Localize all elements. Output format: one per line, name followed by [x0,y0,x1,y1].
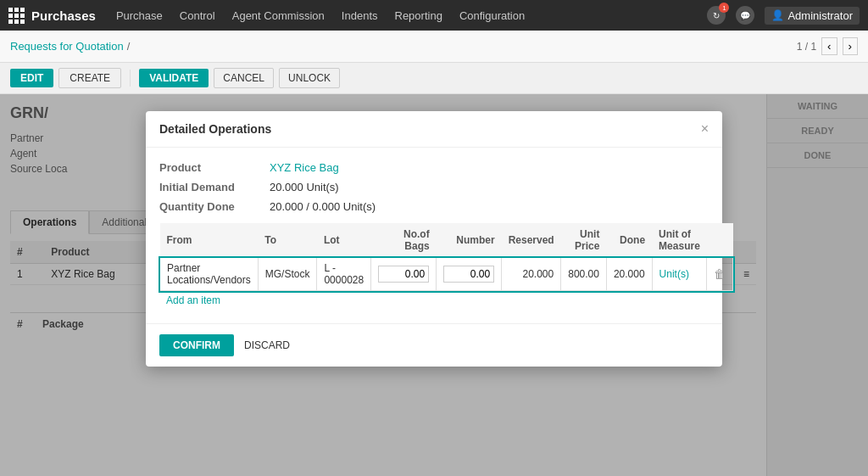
cancel-button[interactable]: CANCEL [214,68,274,88]
modal-row-lot: L - 0000028 [317,258,371,291]
modal-detail-table: From To Lot No.of Bags Number Reserved U… [159,223,733,291]
action-row: EDIT CREATE VALIDATE CANCEL UNLOCK [0,63,868,94]
app-title: Purchases [31,8,96,23]
edit-button[interactable]: EDIT [10,69,53,87]
breadcrumb: Requests for Quotation / [10,40,133,53]
topbar: Purchases Purchase Control Agent Commiss… [0,0,868,31]
modal-col-bags: No.of Bags [371,223,437,258]
modal-row-uom[interactable]: Unit(s) [652,258,707,291]
prev-button[interactable]: ‹ [821,37,837,55]
breadcrumb-separator: / [127,40,131,53]
detailed-operations-modal: Detailed Operations × Product XYZ Rice B… [146,111,722,367]
breadcrumb-parent[interactable]: Requests for Quotation [10,40,124,53]
modal-row-to: MG/Stock [258,258,317,291]
delete-icon: 🗑 [714,267,726,281]
admin-menu[interactable]: 👤 Administrator [765,7,860,25]
modal-initial-demand-row: Initial Demand 20.000 Unit(s) [159,181,709,193]
main-content: GRN/ Partner Agent Source Loca Assign Ow… [0,94,868,476]
modal-row-done[interactable]: 20.000 [606,258,652,291]
modal-row-unit-price: 800.00 [561,258,607,291]
modal-product-value[interactable]: XYZ Rice Bag [270,161,339,174]
bags-input [378,266,429,283]
nav-purchase[interactable]: Purchase [109,6,170,25]
notification-badge: 1 [719,3,729,13]
create-button[interactable]: CREATE [58,68,121,88]
modal-col-uom: Unit of Measure [652,223,707,258]
admin-label: Administrator [787,9,853,22]
app-logo[interactable]: Purchases [8,8,96,24]
unlock-button[interactable]: UNLOCK [279,68,340,88]
nav-indents[interactable]: Indents [335,6,385,25]
add-item-link[interactable]: Add an item [159,291,227,310]
modal-row-bags[interactable] [371,258,437,291]
modal-product-label: Product [159,161,270,174]
modal-qty-done-row: Quantity Done 20.000 / 0.000 Unit(s) [159,200,709,213]
modal-initial-demand-label: Initial Demand [159,181,270,193]
modal-col-number: Number [437,223,502,258]
modal-initial-demand-value: 20.000 Unit(s) [270,181,339,193]
modal-header: Detailed Operations × [146,111,722,148]
modal-col-lot: Lot [317,223,371,258]
modal-table-row: Partner Locations/Vendors MG/Stock L - 0… [160,258,733,291]
modal-col-unit-price: Unit Price [561,223,607,258]
user-icon: 👤 [771,9,784,21]
modal-close-button[interactable]: × [701,121,709,137]
topbar-right: ↻ 1 💬 👤 Administrator [707,6,860,25]
modal-row-number[interactable] [437,258,502,291]
top-navigation: Purchase Control Agent Commission Indent… [109,6,531,25]
modal-col-done: Done [606,223,652,258]
modal-row-delete[interactable]: 🗑 [707,258,733,291]
chat-icon[interactable]: 💬 [736,6,754,25]
modal-row-reserved: 20.000 [502,258,561,291]
page-header: Requests for Quotation / 1 / 1 ‹ › [0,31,868,63]
modal-col-delete [707,223,733,258]
modal-col-to: To [258,223,317,258]
modal-body: Product XYZ Rice Bag Initial Demand 20.0… [146,148,722,323]
discard-button[interactable]: DISCARD [244,339,290,351]
modal-title: Detailed Operations [159,122,271,136]
pagination-text: 1 / 1 [797,41,816,53]
grid-icon [8,8,25,24]
modal-footer: CONFIRM DISCARD [146,323,722,367]
next-button[interactable]: › [843,37,858,55]
modal-col-from: From [160,223,259,258]
confirm-button[interactable]: CONFIRM [159,334,234,356]
modal-product-row: Product XYZ Rice Bag [159,161,709,174]
nav-reporting[interactable]: Reporting [388,6,449,25]
modal-col-reserved: Reserved [502,223,561,258]
modal-qty-done-label: Quantity Done [159,200,270,213]
nav-agent-commission[interactable]: Agent Commission [225,6,331,25]
modal-qty-done-value: 20.000 / 0.000 Unit(s) [270,200,376,213]
modal-overlay: Detailed Operations × Product XYZ Rice B… [0,94,868,476]
refresh-icon[interactable]: ↻ 1 [707,6,726,25]
nav-configuration[interactable]: Configuration [453,6,531,25]
modal-row-from: Partner Locations/Vendors [160,258,259,291]
validate-button[interactable]: VALIDATE [139,69,209,87]
pagination: 1 / 1 ‹ › [797,37,858,55]
number-input [443,266,494,283]
nav-control[interactable]: Control [173,6,222,25]
